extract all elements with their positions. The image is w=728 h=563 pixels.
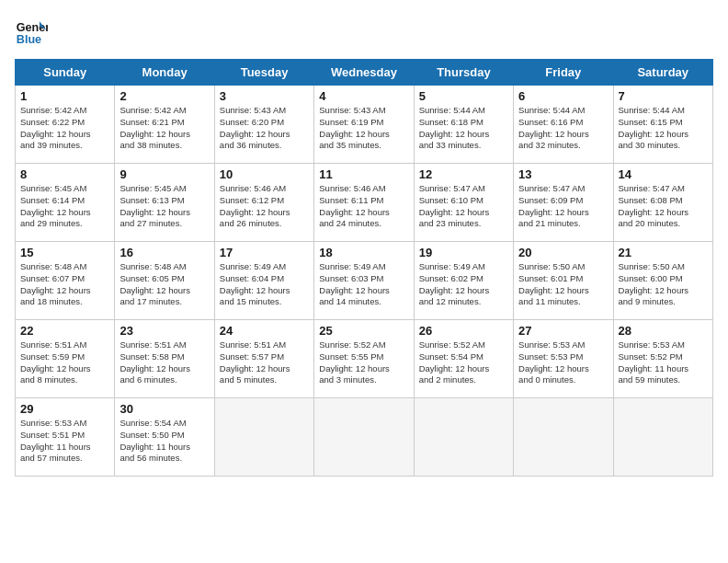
day-cell-20: 20Sunrise: 5:50 AMSunset: 6:01 PMDayligh… (514, 242, 613, 320)
day-number: 23 (119, 324, 209, 338)
day-cell-10: 10Sunrise: 5:46 AMSunset: 6:12 PMDayligh… (214, 164, 313, 242)
day-number: 2 (119, 89, 209, 103)
weekday-header-thursday: Thursday (414, 60, 513, 86)
day-info: Sunrise: 5:46 AMSunset: 6:12 PMDaylight:… (220, 183, 309, 230)
day-cell-29: 29Sunrise: 5:53 AMSunset: 5:51 PMDayligh… (16, 398, 115, 477)
logo-icon: General Blue (15, 15, 48, 48)
day-cell-8: 8Sunrise: 5:45 AMSunset: 6:14 PMDaylight… (16, 164, 115, 242)
calendar-week-1: 1Sunrise: 5:42 AMSunset: 6:22 PMDaylight… (16, 86, 713, 164)
day-info: Sunrise: 5:44 AMSunset: 6:15 PMDaylight:… (619, 105, 708, 152)
day-info: Sunrise: 5:42 AMSunset: 6:22 PMDaylight:… (20, 105, 109, 152)
day-cell-28: 28Sunrise: 5:53 AMSunset: 5:52 PMDayligh… (613, 320, 712, 398)
svg-text:Blue: Blue (17, 33, 41, 46)
day-info: Sunrise: 5:47 AMSunset: 6:10 PMDaylight:… (419, 183, 508, 230)
day-info: Sunrise: 5:46 AMSunset: 6:11 PMDaylight:… (319, 183, 408, 230)
day-number: 15 (20, 246, 109, 259)
day-cell-19: 19Sunrise: 5:49 AMSunset: 6:02 PMDayligh… (414, 242, 513, 320)
day-number: 27 (518, 324, 608, 338)
day-number: 8 (20, 167, 109, 181)
day-info: Sunrise: 5:47 AMSunset: 6:09 PMDaylight:… (518, 183, 608, 230)
day-cell-13: 13Sunrise: 5:47 AMSunset: 6:09 PMDayligh… (514, 164, 613, 242)
day-info: Sunrise: 5:47 AMSunset: 6:08 PMDaylight:… (619, 183, 708, 230)
day-number: 16 (119, 246, 209, 259)
day-info: Sunrise: 5:54 AMSunset: 5:50 PMDaylight:… (119, 418, 209, 465)
calendar-week-4: 22Sunrise: 5:51 AMSunset: 5:59 PMDayligh… (16, 320, 713, 398)
logo: General Blue (15, 15, 48, 48)
day-number: 26 (419, 324, 508, 338)
day-info: Sunrise: 5:51 AMSunset: 5:57 PMDaylight:… (220, 339, 309, 386)
day-cell-30: 30Sunrise: 5:54 AMSunset: 5:50 PMDayligh… (115, 398, 214, 477)
day-info: Sunrise: 5:49 AMSunset: 6:03 PMDaylight:… (319, 261, 408, 308)
calendar-table: SundayMondayTuesdayWednesdayThursdayFrid… (15, 59, 713, 477)
day-cell-18: 18Sunrise: 5:49 AMSunset: 6:03 PMDayligh… (314, 242, 414, 320)
day-info: Sunrise: 5:49 AMSunset: 6:02 PMDaylight:… (419, 261, 508, 308)
header: General Blue (15, 15, 713, 48)
day-number: 3 (220, 89, 309, 103)
day-number: 12 (419, 167, 508, 181)
day-info: Sunrise: 5:44 AMSunset: 6:18 PMDaylight:… (419, 105, 508, 152)
day-number: 13 (518, 167, 608, 181)
empty-cell (514, 398, 613, 477)
day-info: Sunrise: 5:51 AMSunset: 5:58 PMDaylight:… (119, 339, 209, 386)
day-cell-1: 1Sunrise: 5:42 AMSunset: 6:22 PMDaylight… (16, 86, 115, 164)
day-info: Sunrise: 5:43 AMSunset: 6:19 PMDaylight:… (319, 105, 408, 152)
day-number: 11 (319, 167, 408, 181)
day-cell-21: 21Sunrise: 5:50 AMSunset: 6:00 PMDayligh… (613, 242, 712, 320)
day-number: 4 (319, 89, 408, 103)
day-info: Sunrise: 5:50 AMSunset: 6:01 PMDaylight:… (518, 261, 608, 308)
day-info: Sunrise: 5:53 AMSunset: 5:51 PMDaylight:… (20, 418, 109, 465)
day-info: Sunrise: 5:48 AMSunset: 6:07 PMDaylight:… (20, 261, 109, 308)
day-number: 5 (419, 89, 508, 103)
day-cell-6: 6Sunrise: 5:44 AMSunset: 6:16 PMDaylight… (514, 86, 613, 164)
day-cell-3: 3Sunrise: 5:43 AMSunset: 6:20 PMDaylight… (214, 86, 313, 164)
day-cell-24: 24Sunrise: 5:51 AMSunset: 5:57 PMDayligh… (214, 320, 313, 398)
day-number: 19 (419, 246, 508, 259)
day-cell-15: 15Sunrise: 5:48 AMSunset: 6:07 PMDayligh… (16, 242, 115, 320)
day-number: 10 (220, 167, 309, 181)
day-info: Sunrise: 5:48 AMSunset: 6:05 PMDaylight:… (119, 261, 209, 308)
day-number: 25 (319, 324, 408, 338)
day-cell-11: 11Sunrise: 5:46 AMSunset: 6:11 PMDayligh… (314, 164, 414, 242)
calendar-body: 1Sunrise: 5:42 AMSunset: 6:22 PMDaylight… (16, 86, 713, 477)
day-cell-26: 26Sunrise: 5:52 AMSunset: 5:54 PMDayligh… (414, 320, 513, 398)
day-info: Sunrise: 5:51 AMSunset: 5:59 PMDaylight:… (20, 339, 109, 386)
empty-cell (414, 398, 513, 477)
weekday-header-tuesday: Tuesday (214, 60, 313, 86)
day-info: Sunrise: 5:49 AMSunset: 6:04 PMDaylight:… (220, 261, 309, 308)
day-number: 30 (119, 402, 209, 416)
weekday-header-row: SundayMondayTuesdayWednesdayThursdayFrid… (16, 60, 713, 86)
day-cell-25: 25Sunrise: 5:52 AMSunset: 5:55 PMDayligh… (314, 320, 414, 398)
weekday-header-monday: Monday (115, 60, 214, 86)
weekday-header-sunday: Sunday (16, 60, 115, 86)
day-number: 9 (119, 167, 209, 181)
empty-cell (214, 398, 313, 477)
day-info: Sunrise: 5:52 AMSunset: 5:54 PMDaylight:… (419, 339, 508, 386)
day-cell-4: 4Sunrise: 5:43 AMSunset: 6:19 PMDaylight… (314, 86, 414, 164)
day-info: Sunrise: 5:45 AMSunset: 6:14 PMDaylight:… (20, 183, 109, 230)
day-cell-9: 9Sunrise: 5:45 AMSunset: 6:13 PMDaylight… (115, 164, 214, 242)
day-cell-16: 16Sunrise: 5:48 AMSunset: 6:05 PMDayligh… (115, 242, 214, 320)
day-cell-12: 12Sunrise: 5:47 AMSunset: 6:10 PMDayligh… (414, 164, 513, 242)
day-cell-23: 23Sunrise: 5:51 AMSunset: 5:58 PMDayligh… (115, 320, 214, 398)
day-cell-22: 22Sunrise: 5:51 AMSunset: 5:59 PMDayligh… (16, 320, 115, 398)
day-info: Sunrise: 5:45 AMSunset: 6:13 PMDaylight:… (119, 183, 209, 230)
day-number: 6 (518, 89, 608, 103)
calendar-week-5: 29Sunrise: 5:53 AMSunset: 5:51 PMDayligh… (16, 398, 713, 477)
day-number: 20 (518, 246, 608, 259)
day-number: 24 (220, 324, 309, 338)
weekday-header-wednesday: Wednesday (314, 60, 414, 86)
day-number: 29 (20, 402, 109, 416)
day-cell-27: 27Sunrise: 5:53 AMSunset: 5:53 PMDayligh… (514, 320, 613, 398)
weekday-header-saturday: Saturday (613, 60, 712, 86)
day-info: Sunrise: 5:43 AMSunset: 6:20 PMDaylight:… (220, 105, 309, 152)
calendar-week-2: 8Sunrise: 5:45 AMSunset: 6:14 PMDaylight… (16, 164, 713, 242)
day-info: Sunrise: 5:42 AMSunset: 6:21 PMDaylight:… (119, 105, 209, 152)
day-cell-17: 17Sunrise: 5:49 AMSunset: 6:04 PMDayligh… (214, 242, 313, 320)
calendar-week-3: 15Sunrise: 5:48 AMSunset: 6:07 PMDayligh… (16, 242, 713, 320)
empty-cell (314, 398, 414, 477)
day-cell-14: 14Sunrise: 5:47 AMSunset: 6:08 PMDayligh… (613, 164, 712, 242)
day-number: 22 (20, 324, 109, 338)
day-number: 14 (619, 167, 708, 181)
day-info: Sunrise: 5:53 AMSunset: 5:53 PMDaylight:… (518, 339, 608, 386)
day-info: Sunrise: 5:53 AMSunset: 5:52 PMDaylight:… (619, 339, 708, 386)
